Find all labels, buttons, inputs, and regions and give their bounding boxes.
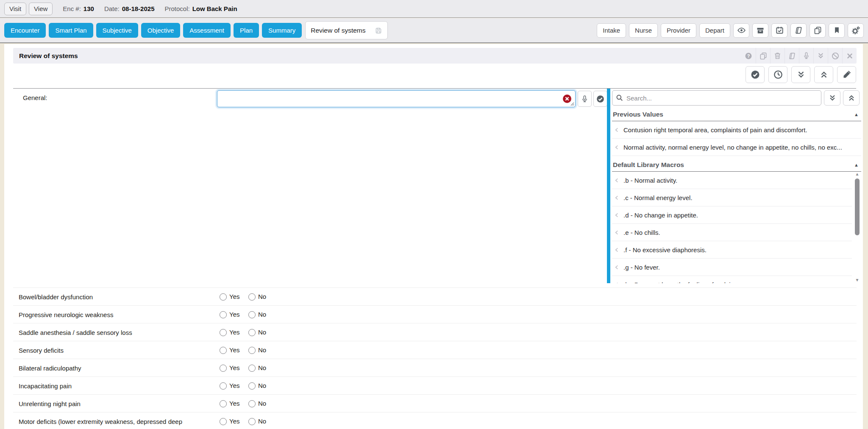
no-radio[interactable] [248, 329, 256, 336]
scroll-up-icon[interactable]: ▲ [855, 172, 860, 177]
settings-button[interactable] [848, 23, 864, 38]
book-button[interactable] [790, 23, 807, 38]
dictate-button[interactable] [578, 91, 592, 107]
yes-radio[interactable] [220, 311, 227, 318]
no-radio[interactable] [248, 293, 256, 301]
no-option[interactable]: No [248, 363, 277, 372]
previous-values-header[interactable]: Previous Values ▲ [612, 111, 861, 121]
no-option[interactable]: No [248, 417, 277, 426]
macro-text: .c - Normal energy level. [623, 194, 693, 201]
macro-text: .f - No excessive diaphoresis. [623, 246, 707, 254]
view-button[interactable]: View [29, 3, 53, 15]
macros-scrollbar[interactable]: ▲ ▼ [854, 172, 860, 283]
stage-button[interactable]: Depart [699, 23, 730, 38]
no-radio[interactable] [248, 418, 256, 425]
confirm-field-button[interactable] [593, 91, 607, 107]
section-tab[interactable]: Smart Plan [49, 23, 93, 38]
section-tab[interactable]: Subjective [96, 23, 138, 38]
scrollbar-thumb[interactable] [855, 178, 860, 235]
archive-button[interactable] [752, 23, 768, 38]
scroll-down-icon[interactable]: ▼ [855, 278, 860, 283]
no-option[interactable]: No [248, 399, 277, 408]
stage-button-list: Intake Nurse Provider Depart [597, 23, 730, 38]
yes-radio[interactable] [220, 347, 227, 354]
book-button[interactable] [785, 48, 799, 64]
no-radio[interactable] [248, 311, 256, 318]
search-input[interactable] [612, 90, 821, 106]
section-tab[interactable]: Summary [262, 23, 302, 38]
no-option[interactable]: No [248, 381, 277, 390]
yes-radio[interactable] [220, 293, 227, 301]
yes-option[interactable]: Yes [220, 328, 248, 337]
section-tab[interactable]: Assessment [183, 23, 231, 38]
section-tab[interactable]: Objective [141, 23, 181, 38]
search-icon [615, 94, 624, 102]
confirm-all-button[interactable] [746, 66, 765, 83]
macro-item[interactable]: .b - Normal activity. [612, 172, 852, 189]
collapse-sections-button[interactable] [843, 90, 860, 106]
expand-all-button[interactable] [791, 66, 810, 83]
history-button[interactable] [768, 66, 787, 83]
copy-button[interactable] [756, 48, 770, 64]
bookmark-button[interactable] [829, 23, 845, 38]
yes-option[interactable]: Yes [220, 310, 248, 319]
yes-label: Yes [229, 345, 239, 354]
copy-button[interactable] [810, 23, 826, 38]
visit-button[interactable]: Visit [4, 3, 26, 15]
book-icon [794, 26, 803, 35]
yes-radio[interactable] [220, 418, 227, 425]
copy-icon [759, 52, 768, 60]
macro-item[interactable]: .g - No fever. [612, 259, 852, 276]
encounter-info-bar: Visit View Enc #: 130 Date: 08-18-2025 P… [0, 0, 868, 18]
section-tab[interactable]: Plan [234, 23, 259, 38]
ban-button[interactable] [828, 48, 842, 64]
yes-option[interactable]: Yes [220, 292, 248, 301]
macro-item[interactable]: .f - No excessive diaphoresis. [612, 241, 852, 259]
yes-option[interactable]: Yes [220, 399, 248, 408]
no-option[interactable]: No [248, 328, 277, 337]
no-option[interactable]: No [248, 310, 277, 319]
yes-option[interactable]: Yes [220, 363, 248, 372]
expand-sections-button[interactable] [824, 90, 840, 106]
stage-button[interactable]: Provider [661, 23, 696, 38]
help-button[interactable]: ? [741, 48, 756, 64]
yes-radio[interactable] [220, 400, 227, 407]
resize-grip[interactable] [570, 102, 574, 106]
collapse-all-button[interactable] [814, 66, 833, 83]
collapse-triangle-icon[interactable]: ▲ [854, 162, 859, 167]
no-radio[interactable] [248, 365, 256, 372]
sidebar-search-row [612, 90, 861, 106]
yes-option[interactable]: Yes [220, 417, 248, 426]
no-radio[interactable] [248, 400, 256, 407]
calendar-check-button[interactable] [771, 23, 787, 38]
yes-option[interactable]: Yes [220, 381, 248, 390]
yes-radio[interactable] [220, 329, 227, 336]
collapse-button[interactable] [813, 48, 828, 64]
stage-button[interactable]: Intake [597, 23, 626, 38]
macro-item[interactable]: .h - Does not have the feeling of malais… [612, 276, 852, 283]
previous-value-item[interactable]: Normal activity, normal energy level, no… [612, 139, 861, 156]
no-radio[interactable] [248, 347, 256, 354]
check-circle-icon [596, 95, 605, 103]
tab-review-of-systems[interactable]: Review of systems [305, 21, 388, 39]
macro-item[interactable]: .e - No chills. [612, 224, 852, 241]
collapse-triangle-icon[interactable]: ▲ [854, 112, 859, 117]
yes-option[interactable]: Yes [220, 345, 248, 354]
previous-value-item[interactable]: Contusion right temporal area, complaint… [612, 121, 861, 139]
general-textarea[interactable] [217, 90, 576, 107]
microphone-button[interactable] [799, 48, 813, 64]
no-option[interactable]: No [248, 292, 277, 301]
no-radio[interactable] [248, 382, 256, 390]
macro-item[interactable]: .d - No change in appetite. [612, 206, 852, 224]
default-library-macros-header[interactable]: Default Library Macros ▲ [612, 161, 861, 172]
trash-button[interactable] [770, 48, 785, 64]
section-tab[interactable]: Encounter [4, 23, 46, 38]
edit-button[interactable] [837, 66, 856, 83]
stage-button[interactable]: Nurse [629, 23, 658, 38]
eye-button[interactable] [733, 23, 749, 38]
close-button[interactable] [842, 48, 857, 64]
yes-radio[interactable] [220, 382, 227, 390]
yes-radio[interactable] [220, 365, 227, 372]
no-option[interactable]: No [248, 345, 277, 354]
macro-item[interactable]: .c - Normal energy level. [612, 189, 852, 206]
